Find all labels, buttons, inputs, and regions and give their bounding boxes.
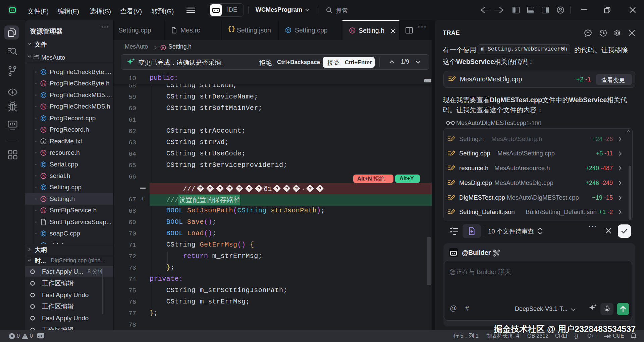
svg-text:h: h: [42, 128, 45, 132]
svg-text:?: ?: [295, 186, 298, 191]
svg-text:h: h: [42, 208, 45, 212]
svg-text:?: ?: [209, 186, 212, 191]
svg-text:?: ?: [219, 186, 222, 191]
svg-text:?: ?: [248, 186, 251, 191]
svg-text:C: C: [42, 70, 45, 74]
svg-text:?: ?: [238, 186, 241, 191]
svg-text:?: ?: [228, 186, 231, 191]
svg-text:C: C: [42, 162, 45, 166]
svg-text:C: C: [287, 28, 289, 32]
svg-text:h: h: [162, 46, 164, 50]
svg-text:h: h: [351, 28, 354, 32]
svg-text:h: h: [42, 174, 45, 178]
svg-text:h: h: [42, 81, 45, 85]
svg-text:?: ?: [309, 186, 312, 191]
svg-text:C: C: [42, 231, 45, 235]
svg-text:?: ?: [258, 186, 261, 191]
svg-text:?: ?: [275, 186, 278, 191]
svg-text:h: h: [42, 105, 45, 109]
svg-text:C: C: [42, 116, 45, 120]
svg-text:?: ?: [319, 186, 322, 191]
svg-text:?: ?: [285, 186, 288, 191]
svg-text:?: ?: [199, 186, 202, 191]
svg-text:C: C: [42, 93, 45, 97]
svg-text:C: C: [42, 185, 45, 189]
svg-text:h: h: [42, 197, 45, 201]
svg-text:h: h: [42, 151, 45, 155]
